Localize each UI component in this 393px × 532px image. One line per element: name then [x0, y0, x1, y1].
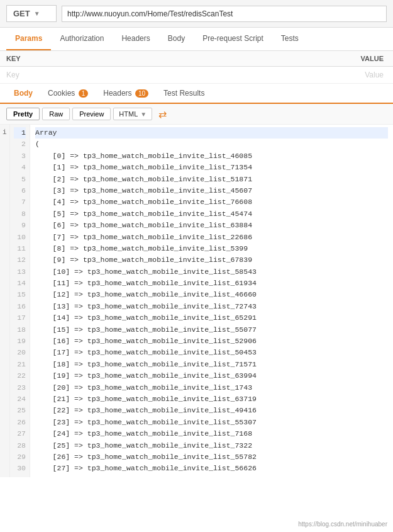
code-line-12: [9] => tp3_home_watch_mobile_invite_list… — [35, 254, 388, 266]
method-select[interactable]: GET ▼ — [6, 5, 57, 22]
code-line-13: [10] => tp3_home_watch_mobile_invite_lis… — [35, 266, 388, 278]
indicator-13 — [3, 260, 7, 271]
indicator-8 — [3, 205, 7, 216]
ln-29: 29 — [14, 451, 26, 463]
indicator-6 — [3, 183, 7, 194]
code-line-28: [25] => tp3_home_watch_mobile_invite_lis… — [35, 440, 388, 451]
code-area[interactable]: i for(let i=1;i<40;i++){ document.curren… — [0, 125, 393, 477]
ln-6: 6 — [14, 185, 26, 196]
ln-17: 17 — [14, 312, 26, 324]
indicator-17 — [3, 305, 7, 316]
url-input[interactable] — [62, 6, 387, 22]
ln-13: 13 — [14, 266, 26, 278]
code-line-2: ( — [35, 139, 388, 150]
indicator-25 — [3, 393, 7, 404]
tab-pre-request-script[interactable]: Pre-request Script — [194, 28, 272, 50]
method-arrow-icon: ▼ — [34, 10, 40, 17]
ln-26: 26 — [14, 417, 26, 428]
indicator-30 — [3, 448, 7, 460]
code-line-30: [27] => tp3_home_watch_mobile_invite_lis… — [35, 463, 388, 474]
pretty-button[interactable]: Pretty — [6, 108, 40, 120]
tab-test-results[interactable]: Test Results — [156, 84, 212, 103]
indicator-15 — [3, 282, 7, 293]
indicator-24 — [3, 382, 7, 393]
code-line-27: [24] => tp3_home_watch_mobile_invite_lis… — [35, 428, 388, 439]
indicator-4 — [3, 161, 7, 172]
top-tabs: Params Authorization Headers Body Pre-re… — [0, 28, 393, 51]
wrap-icon[interactable]: ⇄ — [158, 108, 167, 120]
ln-31: 31 — [14, 475, 26, 477]
tab-body-response[interactable]: Body — [6, 84, 40, 103]
indicator-20 — [3, 337, 7, 349]
code-line-15: [12] => tp3_home_watch_mobile_invite_lis… — [35, 289, 388, 300]
key-header: KEY — [0, 51, 197, 67]
method-label: GET — [13, 9, 30, 18]
ln-11: 11 — [14, 243, 26, 254]
code-line-22: [19] => tp3_home_watch_mobile_invite_lis… — [35, 370, 388, 382]
indicator-27 — [3, 415, 7, 426]
ln-3: 3 — [14, 150, 26, 162]
ln-5: 5 — [14, 174, 26, 185]
format-arrow-icon: ▼ — [140, 111, 147, 118]
indicator-11 — [3, 238, 7, 249]
tab-authorization[interactable]: Authorization — [51, 28, 113, 50]
code-line-7: [4] => tp3_home_watch_mobile_invite_list… — [35, 196, 388, 208]
indicator-5 — [3, 171, 7, 183]
code-line-23: [20] => tp3_home_watch_mobile_invite_lis… — [35, 382, 388, 393]
ln-4: 4 — [14, 162, 26, 173]
code-line-14: [11] => tp3_home_watch_mobile_invite_lis… — [35, 278, 388, 289]
key-placeholder[interactable]: Key — [0, 67, 197, 84]
tab-params[interactable]: Params — [6, 28, 51, 50]
indicator-31 — [3, 460, 7, 471]
ln-21: 21 — [14, 359, 26, 370]
code-line-5: [2] => tp3_home_watch_mobile_invite_list… — [35, 174, 388, 185]
tab-tests[interactable]: Tests — [272, 28, 307, 50]
preview-button[interactable]: Preview — [72, 108, 111, 120]
ln-2: 2 — [14, 139, 26, 150]
value-header: VALUE — [197, 51, 394, 67]
ln-27: 27 — [14, 428, 26, 439]
kv-empty-row: Key Value — [0, 67, 393, 84]
code-line-26: [23] => tp3_home_watch_mobile_invite_lis… — [35, 417, 388, 428]
indicator-1: i — [3, 127, 7, 139]
cookies-badge: 1 — [79, 89, 89, 98]
ln-24: 24 — [14, 393, 26, 405]
indicator-16 — [3, 293, 7, 305]
raw-button[interactable]: Raw — [42, 108, 70, 120]
indicator-19 — [3, 327, 7, 338]
response-tabs: Body Cookies 1 Headers 10 Test Results — [0, 84, 393, 104]
indicator-7 — [3, 194, 7, 205]
code-line-24: [21] => tp3_home_watch_mobile_invite_lis… — [35, 393, 388, 405]
indicator-2 — [3, 139, 7, 150]
indicator-10 — [3, 227, 7, 238]
headers-badge: 10 — [135, 89, 148, 98]
tab-body[interactable]: Body — [159, 28, 194, 50]
ln-9: 9 — [14, 220, 26, 231]
format-label: HTML — [119, 110, 138, 118]
indicator-28 — [3, 426, 7, 438]
ln-8: 8 — [14, 208, 26, 220]
value-placeholder[interactable]: Value — [197, 67, 394, 84]
ln-30: 30 — [14, 463, 26, 474]
ln-12: 12 — [14, 254, 26, 266]
indicator-21 — [3, 349, 7, 360]
code-line-17: [14] => tp3_home_watch_mobile_invite_lis… — [35, 312, 388, 324]
kv-table: KEY VALUE Key Value — [0, 51, 393, 84]
ln-22: 22 — [14, 370, 26, 382]
ln-23: 23 — [14, 382, 26, 393]
code-line-10: [7] => tp3_home_watch_mobile_invite_list… — [35, 232, 388, 243]
indicator-32 — [3, 470, 7, 477]
ln-16: 16 — [14, 301, 26, 312]
tab-cookies[interactable]: Cookies 1 — [40, 84, 96, 103]
ln-7: 7 — [14, 196, 26, 208]
ln-19: 19 — [14, 336, 26, 347]
tab-headers[interactable]: Headers — [113, 28, 158, 50]
tab-headers-response[interactable]: Headers 10 — [96, 84, 156, 103]
indicator-12 — [3, 249, 7, 261]
code-line-8: [5] => tp3_home_watch_mobile_invite_list… — [35, 208, 388, 220]
ln-10: 10 — [14, 232, 26, 243]
ln-18: 18 — [14, 324, 26, 336]
code-line-18: [15] => tp3_home_watch_mobile_invite_lis… — [35, 324, 388, 336]
line-numbers: 1 2 3 4 5 6 7 8 9 10 11 12 13 14 15 16 1… — [10, 125, 30, 477]
format-select[interactable]: HTML ▼ — [113, 108, 152, 120]
